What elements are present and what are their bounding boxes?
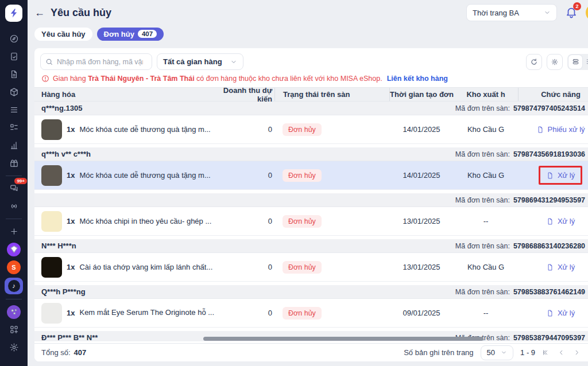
sidebar-divider (6, 299, 22, 299)
status-badge: Đơn hủy (283, 169, 322, 182)
order-id: 579853883761462149 (513, 288, 585, 296)
document-icon (546, 217, 554, 225)
product-thumbnail (41, 303, 62, 324)
checklist-icon[interactable] (5, 119, 23, 137)
column-header-status: Trạng thái trên sàn (274, 88, 389, 101)
link-warehouse-link[interactable]: Liên kết kho hàng (387, 75, 448, 83)
order-id: 579868863140236280 (513, 242, 585, 250)
status-badge: Đơn hủy (283, 261, 322, 274)
process-link[interactable]: Xử lý (546, 263, 575, 271)
view-toggle (567, 54, 588, 70)
action-annotation-box: Phiếu xử lý (529, 120, 588, 139)
warehouse-name: Kho Cầu G (454, 171, 518, 180)
store-filter-dropdown[interactable]: Tất cả gian hàng (157, 53, 243, 70)
order-group: q***ng.1305 Mã đơn trên sàn: 57987479740… (34, 102, 588, 144)
total-value: 407 (74, 348, 87, 357)
tab-label: Yêu cầu hủy (41, 30, 86, 38)
order-group-header: q***h v** c***h Mã đơn trên sàn: 5798743… (34, 147, 588, 161)
action-annotation-box: Xử lý (539, 303, 582, 322)
sidebar-divider (6, 219, 22, 219)
store-filter-value: Tất cả gian hàng (163, 57, 222, 66)
settings-icon[interactable] (5, 338, 23, 356)
orders-icon[interactable] (5, 48, 23, 65)
order-group-header: Q***h P***ng Mã đơn trên sàn: 5798538837… (34, 285, 588, 299)
table-row: 1x Cài áo tia chớp vàng kim lấp lánh chấ… (34, 253, 588, 282)
app-sparkle-icon[interactable] (5, 303, 23, 321)
search-box[interactable] (40, 53, 152, 70)
avatar[interactable] (586, 4, 588, 21)
products-icon[interactable] (5, 83, 23, 101)
refresh-button[interactable] (526, 54, 542, 70)
column-settings-button[interactable] (547, 54, 563, 70)
app-window: 99+ S ♪ (0, 0, 588, 366)
product-name: Cài áo tia chớp vàng kim lấp lánh chất..… (79, 263, 212, 271)
process-link[interactable]: Phiếu xử lý (536, 125, 585, 134)
tab-label: Đơn hủy (104, 30, 134, 38)
product-thumbnail (41, 257, 62, 278)
refresh-icon (530, 58, 538, 66)
card-view-toggle[interactable] (568, 55, 582, 69)
page-size-value: 50 (487, 348, 495, 357)
order-group-header: Mã đơn trên sàn: 579869431294953597 (34, 193, 588, 207)
invoice-icon[interactable] (5, 65, 23, 83)
process-link[interactable]: Xử lý (546, 217, 575, 225)
page-size-select[interactable]: 50 (481, 345, 513, 360)
broadcast-icon[interactable] (5, 197, 23, 215)
process-link[interactable]: Xử lý (546, 309, 575, 317)
product-name: Kem mắt Eye Serum The Originote hỗ ... (79, 308, 214, 317)
created-date: 14/01/2025 (389, 125, 454, 134)
apps-grid-icon[interactable] (5, 321, 23, 338)
pagination (542, 349, 588, 356)
warehouse-warning-banner: Gian hàng Trà Thái Nguyên - Trà Tâm Thái… (34, 73, 588, 87)
analytics-icon[interactable] (5, 137, 23, 154)
warning-text: Gian hàng Trà Thái Nguyên - Trà Tâm Thái… (53, 75, 382, 83)
page-title: Yêu cầu hủy (51, 7, 111, 19)
order-group-header: q***ng.1305 Mã đơn trên sàn: 57987479740… (34, 102, 588, 115)
list-view-toggle[interactable] (582, 55, 588, 69)
tab-don-huy[interactable]: Đơn hủy 407 (97, 28, 164, 41)
quantity: 1x (67, 217, 75, 225)
horizontal-scrollbar-thumb[interactable] (203, 337, 483, 341)
process-link[interactable]: Xử lý (546, 171, 575, 180)
action-annotation-box: Xử lý (539, 166, 582, 185)
order-id: 579874356918193036 (513, 150, 585, 158)
table-row: 1x Kem mắt Eye Serum The Originote hỗ ..… (34, 299, 588, 328)
next-page-button[interactable] (573, 349, 581, 356)
tab-yeu-cau-huy[interactable]: Yêu cầu hủy (34, 28, 92, 41)
expected-revenue: 0 (214, 309, 274, 317)
order-id-label: Mã đơn trên sàn: (455, 150, 510, 158)
column-header-warehouse: Kho xuất h (454, 90, 518, 99)
buyer-name: Q***h P***ng (34, 287, 86, 296)
chat-icon[interactable]: 99+ (5, 180, 23, 197)
search-input[interactable] (57, 58, 143, 66)
card-view-icon (572, 58, 579, 65)
process-link-label: Xử lý (558, 217, 575, 225)
expected-revenue: 0 (214, 263, 274, 271)
status-badge: Đơn hủy (283, 123, 322, 136)
store-selector-dropdown[interactable]: Thời trang BA (466, 4, 557, 21)
quantity: 1x (67, 171, 75, 180)
tiktok-shop-channel-icon-active[interactable]: ♪ (5, 276, 23, 295)
filter-toolbar: Tất cả gian hàng (34, 48, 588, 73)
back-button[interactable]: ← (34, 7, 45, 18)
previous-page-button[interactable] (558, 349, 565, 356)
buyer-name: Đ*** P*** B** N** (34, 333, 98, 341)
column-header-date: Thời gian tạo đơn (389, 88, 454, 101)
content-card: Tất cả gian hàng (34, 48, 588, 361)
list-icon[interactable] (5, 101, 23, 119)
gift-icon[interactable] (5, 154, 23, 172)
lightning-logo-icon (9, 8, 19, 18)
expected-revenue: 0 (214, 217, 274, 225)
order-id: 579874797405243514 (513, 104, 585, 112)
first-page-button[interactable] (542, 349, 550, 356)
dashboard-icon[interactable] (5, 30, 23, 48)
order-id: 579853879447095397 (513, 334, 585, 342)
app-logo[interactable] (5, 5, 22, 22)
order-id-label: Mã đơn trên sàn: (455, 104, 510, 112)
add-channel-icon[interactable] (5, 223, 23, 240)
shopee-channel-icon[interactable]: S (5, 258, 23, 276)
buyer-name: q***h v** c***h (34, 150, 91, 158)
process-link-label: Xử lý (558, 309, 575, 317)
notification-bell-button[interactable]: 2 (565, 6, 578, 20)
lazada-channel-icon[interactable] (5, 240, 23, 258)
